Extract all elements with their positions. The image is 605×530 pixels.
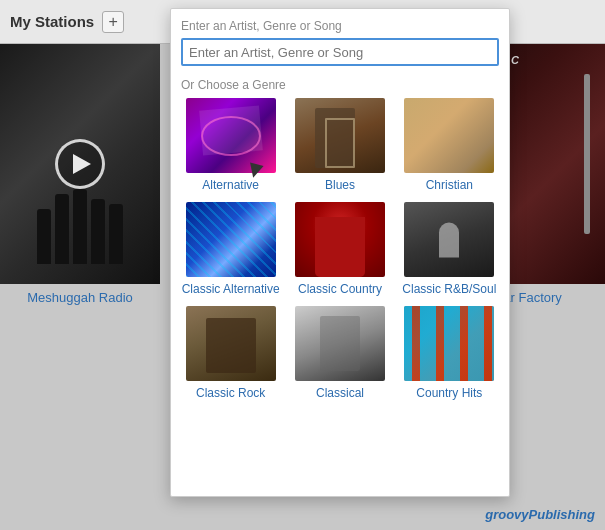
genre-thumb-christian	[404, 98, 494, 173]
genre-name-blues: Blues	[325, 178, 355, 192]
genre-thumb-alternative	[186, 98, 276, 173]
classical-decoration	[320, 316, 360, 371]
genre-name-christian: Christian	[426, 178, 473, 192]
genre-thumb-classic-rock	[186, 306, 276, 381]
page-title: My Stations	[10, 13, 94, 30]
station-card-meshuggah: Meshuggah Radio	[0, 44, 160, 334]
alt-decoration	[201, 116, 261, 156]
rnb-decoration	[439, 222, 459, 257]
genre-grid: Alternative Blues Christian Classic Alte…	[181, 98, 499, 410]
genre-thumb-classic-country	[295, 202, 385, 277]
watermark-suffix: Publishing	[529, 507, 595, 522]
genre-dropdown-panel: Enter an Artist, Genre or Song Or Choose…	[170, 8, 510, 497]
genre-name-classic-rock: Classic Rock	[196, 386, 265, 400]
genre-thumb-classic-rnb	[404, 202, 494, 277]
genre-item-classic-country[interactable]: Classic Country	[290, 202, 389, 296]
rock-decoration	[206, 318, 256, 373]
genre-item-blues[interactable]: Blues	[290, 98, 389, 192]
watermark-prefix: groovy	[485, 507, 528, 522]
genre-name-alternative: Alternative	[202, 178, 259, 192]
genre-item-classic-alternative[interactable]: Classic Alternative	[181, 202, 280, 296]
genre-item-classical[interactable]: Classical	[290, 306, 389, 400]
search-label: Enter an Artist, Genre or Song	[181, 19, 499, 33]
genre-grid-container[interactable]: Alternative Blues Christian Classic Alte…	[171, 98, 509, 488]
genre-name-classic-country: Classic Country	[298, 282, 382, 296]
country-decoration	[404, 306, 494, 381]
person-4	[91, 199, 105, 264]
band-silhouette	[37, 189, 123, 264]
genre-name-classical: Classical	[316, 386, 364, 400]
genre-item-classic-rnb[interactable]: Classic R&B/Soul	[400, 202, 499, 296]
person-3	[73, 189, 87, 264]
watermark: groovyPublishing	[485, 507, 595, 522]
genre-section-label: Or Choose a Genre	[171, 72, 509, 98]
search-area: Enter an Artist, Genre or Song	[171, 9, 509, 72]
search-input[interactable]	[181, 38, 499, 66]
blues-decoration	[325, 118, 355, 168]
genre-thumb-country-hits	[404, 306, 494, 381]
genre-thumb-blues	[295, 98, 385, 173]
play-button[interactable]	[55, 139, 105, 189]
genre-name-country-hits: Country Hits	[416, 386, 482, 400]
ff-spine	[584, 74, 590, 234]
genre-item-classic-rock[interactable]: Classic Rock	[181, 306, 280, 400]
person-2	[55, 194, 69, 264]
person-5	[109, 204, 123, 264]
genre-thumb-classical	[295, 306, 385, 381]
genre-name-classic-rnb: Classic R&B/Soul	[402, 282, 496, 296]
play-icon	[73, 154, 91, 174]
genre-item-alternative[interactable]: Alternative	[181, 98, 280, 192]
genre-item-christian[interactable]: Christian	[400, 98, 499, 192]
genre-name-classic-alt: Classic Alternative	[182, 282, 280, 296]
genre-item-country-hits[interactable]: Country Hits	[400, 306, 499, 400]
genre-thumb-classic-alt	[186, 202, 276, 277]
station-name-meshuggah[interactable]: Meshuggah Radio	[0, 290, 160, 305]
add-station-button[interactable]: +	[102, 11, 124, 33]
station-image-meshuggah	[0, 44, 160, 284]
person-1	[37, 209, 51, 264]
